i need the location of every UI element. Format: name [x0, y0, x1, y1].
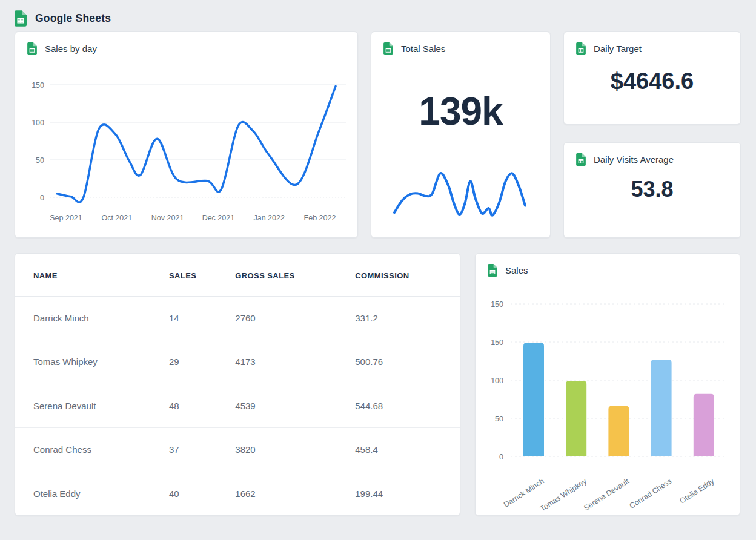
bar-tomas-whipkey [566, 381, 586, 456]
sales-table-head: NAMESALESGROSS SALESCOMMISSION [15, 254, 460, 296]
sheets-icon [488, 264, 497, 277]
svg-text:Darrick Minch: Darrick Minch [502, 477, 546, 509]
bottom-row: NAMESALESGROSS SALESCOMMISSION Darrick M… [15, 253, 741, 516]
card-title: Sales by day [45, 44, 97, 54]
table-row: Conrad Chess373820458.4 [15, 428, 460, 472]
table-row: Otelia Eddy401662199.44 [15, 472, 460, 516]
svg-text:100: 100 [491, 377, 503, 385]
cell-sales: 14 [163, 296, 229, 340]
svg-text:Conrad Chess: Conrad Chess [628, 477, 674, 510]
top-row: Sales by day 150100500Sep 2021Oct 2021No… [15, 31, 741, 238]
svg-text:0: 0 [40, 194, 44, 202]
cell-gross-sales: 2760 [229, 296, 349, 340]
total-sales-sparkline-chart [392, 168, 528, 219]
sales-bar-chart: 150150100500Darrick MinchTomas WhipkeySe… [476, 254, 740, 515]
cell-commission: 458.4 [349, 428, 460, 472]
sheets-icon [27, 42, 37, 55]
svg-text:Dec 2021: Dec 2021 [202, 214, 235, 222]
cell-commission: 199.44 [349, 472, 460, 516]
total-sales-value: 139k [371, 89, 550, 134]
svg-text:Sep 2021: Sep 2021 [50, 214, 82, 222]
sales-table: NAMESALESGROSS SALESCOMMISSION Darrick M… [15, 254, 460, 516]
svg-text:Jan 2022: Jan 2022 [253, 214, 284, 222]
sheets-icon [383, 42, 393, 55]
cell-commission: 544.68 [349, 384, 460, 428]
sales-by-day-line-chart: 150100500Sep 2021Oct 2021Nov 2021Dec 202… [15, 32, 357, 237]
column-header: NAME [15, 254, 163, 296]
svg-text:150: 150 [491, 338, 503, 347]
kpi-stack: Daily Target $4646.6 Daily Visits Averag… [563, 31, 741, 238]
cell-name: Darrick Minch [15, 296, 163, 340]
card-title: Total Sales [401, 44, 445, 54]
svg-text:0: 0 [499, 453, 503, 461]
cell-sales: 37 [163, 428, 229, 472]
svg-text:Serena Devault: Serena Devault [582, 476, 631, 512]
sales-by-day-card-header: Sales by day [15, 32, 357, 55]
sales-bar-card: Sales 150150100500Darrick MinchTomas Whi… [475, 253, 740, 516]
svg-text:Nov 2021: Nov 2021 [151, 214, 184, 222]
cell-sales: 48 [163, 384, 229, 428]
cell-name: Tomas Whipkey [15, 340, 163, 384]
column-header: COMMISSION [349, 254, 460, 296]
column-header: SALES [163, 254, 229, 296]
svg-text:Feb 2022: Feb 2022 [304, 214, 336, 222]
cell-gross-sales: 4539 [229, 384, 349, 428]
table-row: Darrick Minch142760331.2 [15, 296, 460, 340]
cell-name: Serena Devault [15, 384, 163, 428]
cell-sales: 29 [163, 340, 229, 384]
sales-bar-card-header: Sales [476, 254, 740, 277]
table-row: Tomas Whipkey294173500.76 [15, 340, 460, 384]
cell-commission: 331.2 [349, 296, 460, 340]
daily-target-value: $4646.6 [564, 68, 740, 94]
column-header: GROSS SALES [229, 254, 349, 296]
google-sheets-icon [15, 10, 27, 27]
svg-text:150: 150 [31, 81, 44, 90]
page-header: Google Sheets [15, 0, 741, 31]
svg-text:50: 50 [495, 415, 503, 423]
cell-gross-sales: 1662 [229, 472, 349, 516]
bar-conrad-chess [651, 360, 672, 456]
svg-text:Otelia Eddy: Otelia Eddy [678, 476, 716, 505]
total-sales-card: Total Sales 139k [371, 31, 551, 238]
cell-name: Conrad Chess [15, 428, 163, 472]
cell-sales: 40 [163, 472, 229, 516]
bar-serena-devault [608, 406, 629, 456]
sales-table-body: Darrick Minch142760331.2Tomas Whipkey294… [15, 296, 460, 516]
card-title: Sales [505, 265, 528, 275]
header-row: NAMESALESGROSS SALESCOMMISSION [15, 254, 460, 296]
bar-otelia-eddy [694, 394, 714, 456]
daily-target-card-header: Daily Target [564, 32, 740, 55]
cell-commission: 500.76 [349, 340, 460, 384]
sales-table-card: NAMESALESGROSS SALESCOMMISSION Darrick M… [15, 253, 460, 516]
svg-text:Tomas Whipkey: Tomas Whipkey [539, 476, 588, 513]
cell-gross-sales: 3820 [229, 428, 349, 472]
svg-text:100: 100 [31, 119, 44, 127]
cell-gross-sales: 4173 [229, 340, 349, 384]
daily-target-card: Daily Target $4646.6 [563, 31, 741, 125]
table-row: Serena Devault484539544.68 [15, 384, 460, 428]
svg-text:Oct 2021: Oct 2021 [101, 214, 132, 222]
total-sales-card-header: Total Sales [371, 32, 550, 55]
svg-text:50: 50 [36, 156, 44, 165]
dashboard-page: Google Sheets Sales by day 150100500Sep … [0, 0, 756, 516]
sheets-icon [576, 42, 586, 55]
card-title: Daily Visits Average [594, 154, 674, 165]
daily-visits-card: Daily Visits Average 53.8 [563, 142, 741, 238]
sheets-icon [576, 153, 586, 166]
daily-visits-value: 53.8 [564, 177, 740, 202]
page-title: Google Sheets [35, 12, 111, 25]
cell-name: Otelia Eddy [15, 472, 163, 516]
bar-darrick-minch [523, 343, 544, 456]
sales-by-day-card: Sales by day 150100500Sep 2021Oct 2021No… [15, 31, 358, 238]
card-title: Daily Target [594, 44, 642, 54]
svg-text:150: 150 [491, 300, 503, 309]
daily-visits-card-header: Daily Visits Average [564, 143, 740, 166]
